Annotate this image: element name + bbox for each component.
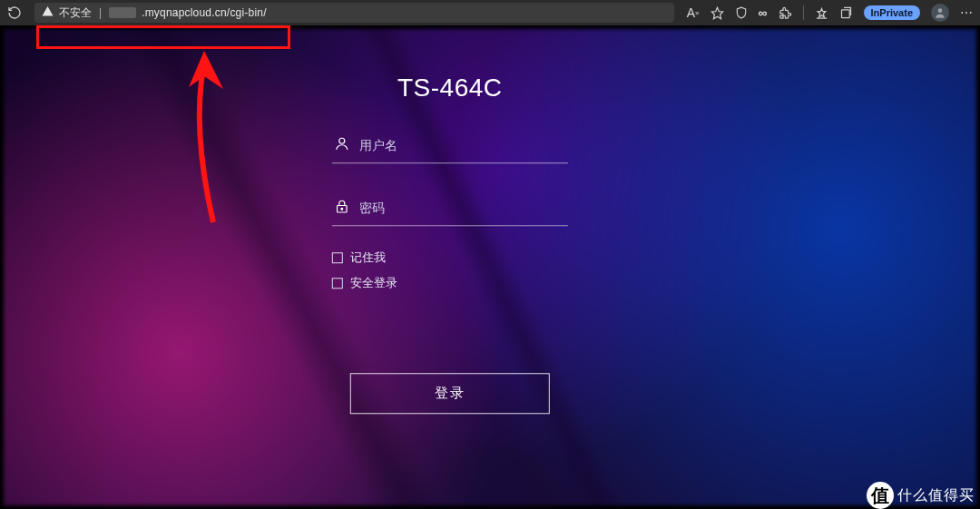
password-field[interactable] [332, 191, 568, 226]
svg-point-4 [938, 8, 943, 13]
profile-avatar-icon[interactable] [931, 4, 949, 22]
username-field[interactable] [332, 128, 568, 163]
not-secure-warning-icon [42, 5, 54, 20]
secure-login-checkbox[interactable]: 安全登录 [332, 275, 568, 291]
device-title: TS-464C [332, 73, 568, 103]
svg-marker-1 [818, 8, 826, 16]
address-url-text: .myqnapcloud.cn/cgi-bin/ [142, 6, 267, 19]
secure-login-label: 安全登录 [350, 275, 397, 291]
nav-controls [7, 5, 34, 20]
favorites-list-icon[interactable] [815, 6, 828, 20]
collections-icon[interactable] [839, 6, 853, 20]
shield-icon[interactable] [735, 6, 748, 19]
watermark-text: 什么值得买 [897, 486, 975, 505]
infinity-icon[interactable]: ∞ [759, 5, 768, 20]
checkbox-box-icon [332, 252, 343, 263]
password-input[interactable] [359, 201, 566, 215]
user-icon [334, 135, 350, 155]
inprivate-badge[interactable]: InPrivate [864, 5, 920, 20]
login-options: 记住我 安全登录 [332, 250, 568, 291]
lock-icon [334, 198, 350, 218]
redacted-host-segment [109, 7, 136, 18]
page-viewport: TS-464C 记住我 安全登录 [0, 25, 980, 509]
username-input[interactable] [359, 138, 566, 152]
login-button[interactable]: 登录 [350, 373, 550, 414]
read-aloud-icon[interactable]: A» [687, 5, 700, 20]
toolbar-right: A» ∞ InPrivate ⋯ [674, 4, 973, 22]
svg-point-5 [339, 138, 345, 143]
remember-me-checkbox[interactable]: 记住我 [332, 250, 568, 266]
menu-dots-icon[interactable]: ⋯ [960, 5, 973, 20]
toolbar-divider [803, 5, 804, 20]
remember-me-label: 记住我 [350, 250, 386, 266]
watermark-badge-icon: 值 [867, 482, 894, 509]
address-bar[interactable]: 不安全 | .myqnapcloud.cn/cgi-bin/ [34, 3, 674, 23]
refresh-icon[interactable] [7, 5, 22, 20]
addr-separator: | [99, 6, 102, 19]
svg-point-7 [341, 208, 343, 210]
favorite-star-icon[interactable] [710, 6, 724, 20]
browser-chrome: 不安全 | .myqnapcloud.cn/cgi-bin/ A» ∞ InPr… [0, 0, 980, 25]
security-status-label: 不安全 [59, 5, 92, 21]
svg-rect-3 [841, 9, 849, 17]
checkbox-box-icon [332, 278, 343, 289]
watermark: 值 什么值得买 [867, 482, 975, 509]
svg-marker-0 [711, 7, 723, 19]
extensions-puzzle-icon[interactable] [779, 6, 792, 20]
login-panel: TS-464C 记住我 安全登录 [332, 73, 568, 414]
